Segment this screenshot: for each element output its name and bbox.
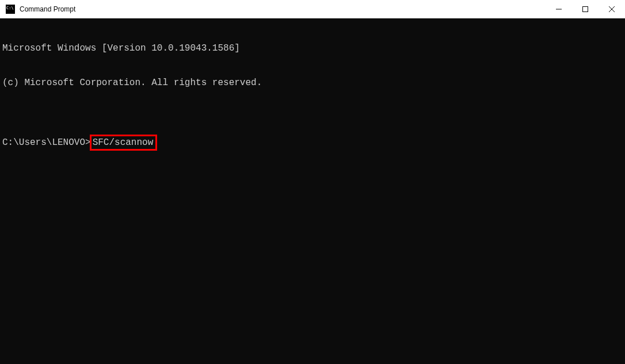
maximize-icon <box>582 6 588 12</box>
command-prompt-window: Command Prompt Microsoft Windows [V <box>0 0 625 364</box>
close-icon <box>609 6 615 12</box>
typed-command: SFC/scannow <box>93 137 154 148</box>
command-highlight: SFC/scannow <box>90 135 158 151</box>
prompt-line: C:\Users\LENOVO>SFC/scannow <box>2 135 623 151</box>
terminal-line-copyright: (c) Microsoft Corporation. All rights re… <box>2 77 623 89</box>
close-button[interactable] <box>599 0 625 18</box>
minimize-icon <box>556 6 562 12</box>
terminal-area[interactable]: Microsoft Windows [Version 10.0.19043.15… <box>0 18 625 364</box>
window-title: Command Prompt <box>20 5 75 13</box>
cmd-icon <box>6 5 15 14</box>
titlebar[interactable]: Command Prompt <box>0 0 625 18</box>
maximize-button[interactable] <box>572 0 599 18</box>
minimize-button[interactable] <box>546 0 572 18</box>
prompt-path: C:\Users\LENOVO> <box>2 137 91 148</box>
titlebar-controls <box>546 0 625 18</box>
terminal-line-version: Microsoft Windows [Version 10.0.19043.15… <box>2 43 623 54</box>
svg-rect-1 <box>583 6 588 12</box>
